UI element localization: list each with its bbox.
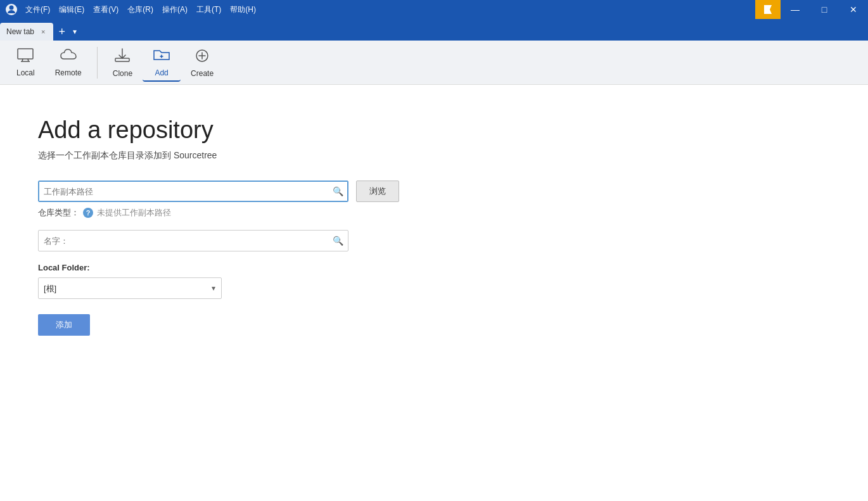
local-folder-select-wrap: [根] ▾	[38, 277, 222, 299]
add-label: Add	[155, 68, 168, 77]
tab-dropdown-button[interactable]: ▾	[70, 23, 79, 41]
create-icon	[194, 48, 210, 67]
menu-action[interactable]: 操作(A)	[158, 3, 191, 16]
toolbar-clone[interactable]: Clone	[103, 44, 143, 82]
toolbar-local[interactable]: Local	[6, 44, 45, 82]
page-title: Add a repository	[38, 117, 830, 144]
clone-label: Clone	[113, 69, 132, 78]
local-folder-select[interactable]: [根]	[38, 277, 222, 299]
local-folder-label: Local Folder:	[38, 263, 830, 272]
repo-type-status: 未提供工作副本路径	[97, 207, 171, 219]
current-tab[interactable]: New tab ×	[0, 23, 53, 41]
svg-point-1	[10, 6, 14, 10]
minimize-button[interactable]: —	[781, 0, 810, 19]
path-input-wrap: 🔍	[38, 181, 348, 202]
path-row: 🔍 浏览	[38, 181, 830, 202]
add-button[interactable]: 添加	[38, 314, 90, 336]
page-subtitle: 选择一个工作副本仓库目录添加到 Sourcetree	[38, 150, 830, 162]
path-input[interactable]	[38, 181, 348, 202]
toolbar-create[interactable]: Create	[181, 44, 224, 82]
repo-type-label: 仓库类型：	[38, 207, 79, 219]
name-input-wrap: 🔍	[38, 230, 348, 251]
repo-type-row: 仓库类型： ? 未提供工作副本路径	[38, 207, 830, 219]
new-tab-button[interactable]: +	[53, 23, 70, 41]
titlebar-menu: 文件(F) 编辑(E) 查看(V) 仓库(R) 操作(A) 工具(T) 帮助(H…	[22, 3, 260, 16]
name-input[interactable]	[38, 230, 348, 251]
maximize-button[interactable]: □	[810, 0, 839, 19]
menu-repo[interactable]: 仓库(R)	[124, 3, 157, 16]
tab-close-button[interactable]: ×	[39, 27, 47, 37]
help-icon[interactable]: ?	[83, 208, 93, 218]
folder-add-icon	[153, 47, 170, 66]
create-label: Create	[191, 69, 214, 78]
menu-view[interactable]: 查看(V)	[89, 3, 122, 16]
tab-label: New tab	[6, 27, 34, 36]
menu-help[interactable]: 帮助(H)	[226, 3, 260, 16]
titlebar-left: 文件(F) 编辑(E) 查看(V) 仓库(R) 操作(A) 工具(T) 帮助(H…	[5, 3, 260, 16]
titlebar: 文件(F) 编辑(E) 查看(V) 仓库(R) 操作(A) 工具(T) 帮助(H…	[0, 0, 868, 19]
svg-rect-2	[18, 49, 33, 59]
local-label: Local	[16, 68, 35, 77]
toolbar-add[interactable]: Add	[143, 44, 181, 82]
toolbar-separator	[97, 47, 98, 79]
browse-button[interactable]: 浏览	[356, 181, 399, 202]
toolbar-remote[interactable]: Remote	[45, 44, 92, 82]
svg-rect-6	[115, 58, 129, 61]
cloud-icon	[60, 48, 77, 66]
remote-label: Remote	[55, 68, 82, 77]
download-icon	[114, 48, 131, 67]
menu-tools[interactable]: 工具(T)	[193, 3, 225, 16]
flag-icon	[755, 0, 781, 19]
menu-file[interactable]: 文件(F)	[22, 3, 54, 16]
main-content: Add a repository 选择一个工作副本仓库目录添加到 Sourcet…	[0, 85, 868, 367]
menu-edit[interactable]: 编辑(E)	[55, 3, 88, 16]
titlebar-controls: — □ ✕	[755, 0, 868, 19]
tabbar: New tab × + ▾	[0, 19, 868, 41]
toolbar: Local Remote Clone Add	[0, 41, 868, 85]
app-logo	[5, 3, 18, 16]
close-button[interactable]: ✕	[839, 0, 868, 19]
monitor-icon	[17, 48, 34, 66]
